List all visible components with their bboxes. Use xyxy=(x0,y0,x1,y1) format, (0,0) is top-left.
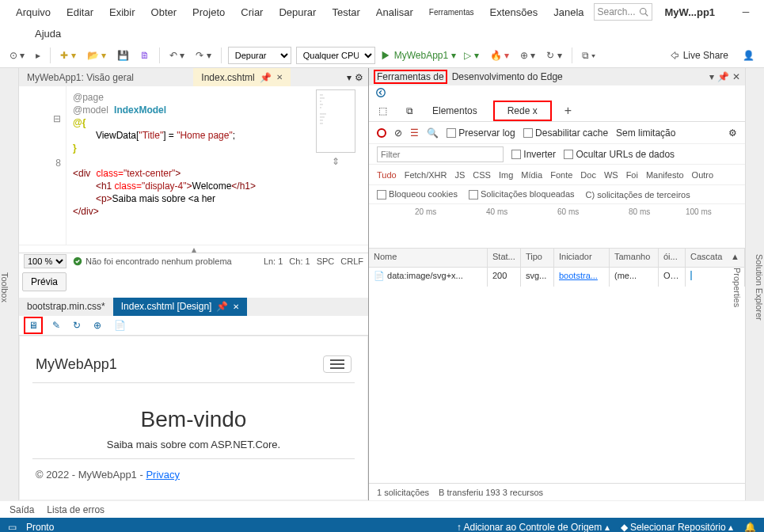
filter-toggle-button[interactable]: ☰ xyxy=(410,127,419,139)
platform-select[interactable]: Qualquer CPU xyxy=(296,47,375,64)
type-img[interactable]: Img xyxy=(499,170,513,180)
fwd-button[interactable]: ▸ xyxy=(32,48,44,63)
notifications-icon[interactable]: 🔔 xyxy=(744,522,756,532)
menu-file[interactable]: Arquivo xyxy=(10,3,57,21)
edit-button[interactable]: ✎ xyxy=(49,318,63,332)
undo-button[interactable]: ↶ ▾ xyxy=(166,48,188,63)
blocked-requests-checkbox[interactable]: Solicitações bloqueadas xyxy=(469,189,575,200)
new-file-button[interactable]: ✚ ▾ xyxy=(57,48,78,63)
admin-button[interactable]: 👤 xyxy=(739,48,758,63)
open-button[interactable]: 📂 ▾ xyxy=(84,48,109,63)
menu-get[interactable]: Obter xyxy=(145,3,184,21)
clear-button[interactable]: ⊘ xyxy=(394,127,402,139)
dropdown-icon[interactable]: ▾ xyxy=(709,71,714,82)
throttle-select[interactable]: Sem limitação xyxy=(616,127,675,139)
menu-extensions[interactable]: Extensões xyxy=(483,3,544,21)
code-editor[interactable]: ⊟ 8 @page @model IndexModel @{ ViewData[… xyxy=(19,86,368,245)
menu-debug[interactable]: Depurar xyxy=(272,3,322,21)
menu-analyze[interactable]: Analisar xyxy=(370,3,420,21)
browser-button[interactable]: ⊕ ▾ xyxy=(517,48,538,63)
tab-elements[interactable]: Elementos xyxy=(429,104,481,118)
preview-button[interactable]: Prévia xyxy=(22,272,67,291)
close-icon[interactable]: ✕ xyxy=(233,302,239,311)
repo-select-button[interactable]: ◆ Selecionar Repositório ▴ xyxy=(621,522,733,532)
hide-data-urls-checkbox[interactable]: Ocultar URLs de dados xyxy=(564,149,675,160)
no-issues-indicator[interactable]: Não foi encontrado nenhum problema xyxy=(73,256,232,266)
type-media[interactable]: Mídia xyxy=(521,170,542,180)
filter-input[interactable] xyxy=(377,146,504,162)
menu-project[interactable]: Projeto xyxy=(186,3,231,21)
refresh-button[interactable]: ↻ ▾ xyxy=(543,48,564,63)
back-arrow-icon[interactable] xyxy=(375,87,386,98)
search-box[interactable]: Search... xyxy=(594,3,652,21)
menu-window[interactable]: Janela xyxy=(547,3,590,21)
run-button[interactable]: MyWebApp1▾ xyxy=(380,50,456,61)
tab-error-list[interactable]: Lista de erros xyxy=(47,504,105,515)
pin-icon[interactable]: 📌 xyxy=(260,72,272,83)
chevron-down-icon[interactable]: ▾ xyxy=(347,72,352,83)
back-button[interactable]: ⊙ ▾ xyxy=(6,48,28,63)
type-fetch[interactable]: Fetch/XHR xyxy=(405,170,447,180)
preserve-log-checkbox[interactable]: Preservar log xyxy=(447,127,515,139)
network-timeline[interactable]: 20 ms 40 ms 60 ms 80 ms 100 ms xyxy=(369,204,745,249)
type-js[interactable]: JS xyxy=(454,170,465,180)
redo-button[interactable]: ↷ ▾ xyxy=(192,48,214,63)
zoom-select[interactable]: 100 % xyxy=(24,254,67,268)
disable-cache-checkbox[interactable]: Desabilitar cache xyxy=(523,127,608,139)
blocked-cookies-checkbox[interactable]: Bloqueou cookies xyxy=(377,189,458,200)
close-icon[interactable]: ✕ xyxy=(276,73,283,82)
tab-network[interactable]: Rede x xyxy=(493,101,552,121)
brand-text[interactable]: MyWebApp1 xyxy=(36,356,117,373)
network-row[interactable]: 📄 data:image/svg+x... 200 svg... bootstr… xyxy=(369,268,745,287)
minimap[interactable]: ━━━━━━━━━━━━━━━━━━━━ xyxy=(316,89,355,153)
rail-properties[interactable]: Properties xyxy=(732,268,742,307)
type-ws[interactable]: WS xyxy=(604,170,618,180)
layout-button[interactable]: ⧉ ▾ xyxy=(579,48,599,63)
col-time[interactable]: ói... xyxy=(659,249,686,267)
pin-icon[interactable]: 📌 xyxy=(717,71,729,82)
hamburger-button[interactable] xyxy=(323,355,352,373)
source-control-button[interactable]: ↑ Adicionar ao Controle de Origem ▴ xyxy=(457,522,610,532)
close-icon[interactable]: ✕ xyxy=(732,71,740,82)
maximize-button[interactable]: ☐ xyxy=(759,3,764,21)
split-handle[interactable]: ▴ xyxy=(19,245,368,253)
menu-test[interactable]: Testar xyxy=(325,3,366,21)
inspect-icon[interactable]: ⬚ xyxy=(375,104,390,118)
save-button[interactable]: 💾 xyxy=(114,48,132,63)
devtools-toggle-button[interactable]: 🖥 xyxy=(24,317,43,334)
tab-index-design[interactable]: Index.cshtml [Design] 📌 ✕ xyxy=(113,298,248,316)
live-share-button[interactable]: Live Share xyxy=(669,50,728,61)
refresh-button[interactable]: ↻ xyxy=(70,318,84,332)
col-name[interactable]: Nome xyxy=(369,249,488,267)
left-rail-toolbox[interactable]: Toolbox xyxy=(0,68,19,500)
record-button[interactable] xyxy=(377,128,386,138)
col-size[interactable]: Tamanho xyxy=(610,249,659,267)
menu-edit[interactable]: Editar xyxy=(60,3,100,21)
type-font[interactable]: Fonte xyxy=(550,170,572,180)
type-foi[interactable]: Foi xyxy=(626,170,638,180)
pin-icon[interactable]: 📌 xyxy=(216,301,228,312)
globe-button[interactable]: ⊕ xyxy=(90,318,105,332)
tab-overview[interactable]: MyWebApp1: Visão geral xyxy=(19,68,142,86)
col-initiator[interactable]: Iniciador xyxy=(554,249,610,267)
col-status[interactable]: Stat... xyxy=(488,249,521,267)
add-tab-button[interactable]: + xyxy=(564,104,572,118)
drag-handle-icon[interactable]: ⇕ xyxy=(316,156,355,167)
tab-index[interactable]: Index.cshtml 📌 ✕ xyxy=(193,68,290,86)
device-icon[interactable]: ⧉ xyxy=(403,104,416,118)
config-select[interactable]: Depurar xyxy=(228,47,291,64)
type-other[interactable]: Outro xyxy=(692,170,714,180)
type-all[interactable]: Tudo xyxy=(377,170,397,180)
play-outline-button[interactable]: ▷ ▾ xyxy=(461,48,481,63)
menu-view[interactable]: Exibir xyxy=(103,3,142,21)
save-all-button[interactable]: 🗎 xyxy=(137,48,153,63)
gear-icon[interactable]: ⚙ xyxy=(355,72,363,83)
invert-checkbox[interactable]: Inverter xyxy=(511,149,556,160)
tab-output[interactable]: Saída xyxy=(10,504,34,515)
menu-tools[interactable]: Ferramentas xyxy=(423,5,481,20)
rail-solution-explorer[interactable]: Solution Explorer xyxy=(754,254,764,321)
type-css[interactable]: CSS xyxy=(473,170,491,180)
menu-help[interactable]: Ajuda xyxy=(29,25,67,43)
minimize-button[interactable]: ─ xyxy=(734,3,758,21)
type-doc[interactable]: Doc xyxy=(580,170,596,180)
